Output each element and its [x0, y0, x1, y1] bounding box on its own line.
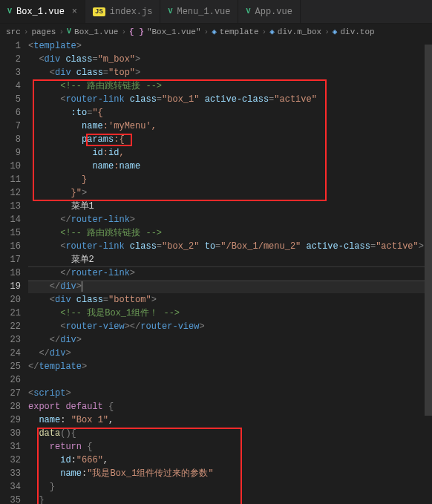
line-number: 27: [0, 387, 21, 400]
tab-label: App.vue: [255, 7, 292, 17]
line-number: 29: [0, 413, 21, 427]
line-number: 17: [0, 253, 21, 266]
line-number: 21: [0, 307, 21, 320]
breadcrumbs: src › pages › VBox_1.vue › { }"Box_1.vue…: [0, 24, 432, 39]
line-number: 7: [0, 120, 21, 133]
line-number: 33: [0, 467, 21, 480]
chevron-right-icon: ›: [262, 27, 267, 36]
code-area[interactable]: <template> <div class="m_box"> <div clas…: [28, 39, 432, 504]
line-number: 15: [0, 226, 21, 240]
line-number: 24: [0, 347, 21, 360]
crumb-div-mbox[interactable]: ◈div.m_box: [269, 27, 321, 36]
chevron-right-icon: ›: [324, 27, 330, 36]
chevron-right-icon: ›: [121, 27, 126, 36]
line-gutter: 1234567891011121314151617181920212223242…: [0, 39, 28, 504]
line-number: 14: [0, 213, 21, 226]
line-number: 11: [0, 173, 21, 186]
line-number: 32: [0, 454, 21, 467]
line-number: 31: [0, 440, 21, 454]
chevron-right-icon: ›: [59, 27, 64, 36]
braces-icon: { }: [129, 27, 144, 36]
crumb-src[interactable]: src: [6, 27, 21, 36]
line-number: 20: [0, 293, 21, 307]
line-number: 6: [0, 106, 21, 120]
line-number: 35: [0, 494, 21, 504]
tab-indexjs[interactable]: JS index.js: [85, 0, 160, 23]
line-number: 28: [0, 400, 21, 413]
symbol-icon: ◈: [269, 27, 275, 36]
line-number: 9: [0, 146, 21, 160]
symbol-icon: ◈: [333, 27, 338, 36]
line-number: 25: [0, 360, 21, 373]
vue-icon: V: [168, 7, 172, 16]
js-icon: JS: [93, 7, 105, 16]
line-number: 12: [0, 186, 21, 200]
line-number: 18: [0, 266, 21, 280]
vue-icon: V: [246, 7, 250, 16]
line-number: 26: [0, 373, 21, 387]
symbol-icon: ◈: [212, 27, 217, 36]
line-number: 16: [0, 240, 21, 253]
line-number: 4: [0, 79, 21, 93]
editor-tabs: V Box_1.vue × JS index.js V Menu_1.vue V…: [0, 0, 432, 24]
tab-menu1[interactable]: V Menu_1.vue: [160, 0, 238, 23]
line-number: 3: [0, 66, 21, 79]
line-number: 30: [0, 427, 21, 440]
crumb-div-top[interactable]: ◈div.top: [333, 27, 375, 36]
chevron-right-icon: ›: [24, 27, 29, 36]
crumb-obj[interactable]: { }"Box_1.vue": [129, 27, 200, 36]
line-number: 10: [0, 160, 21, 173]
crumb-template[interactable]: ◈template: [212, 27, 258, 36]
line-number: 23: [0, 333, 21, 347]
chevron-right-icon: ›: [204, 27, 209, 36]
text-cursor: [82, 281, 82, 292]
tab-label: Box_1.vue: [16, 7, 65, 17]
line-number: 22: [0, 320, 21, 333]
tab-box1[interactable]: V Box_1.vue ×: [0, 0, 85, 23]
line-number: 5: [0, 93, 21, 106]
tab-label: index.js: [110, 7, 153, 17]
line-number: 1: [0, 39, 21, 53]
line-number: 8: [0, 133, 21, 146]
tab-label: Menu_1.vue: [177, 7, 230, 17]
vertical-scrollbar[interactable]: [425, 37, 432, 504]
line-number: 2: [0, 53, 21, 66]
crumb-file[interactable]: VBox_1.vue: [67, 27, 118, 36]
vue-icon: V: [67, 27, 71, 36]
tab-appvue[interactable]: V App.vue: [238, 0, 300, 23]
crumb-pages[interactable]: pages: [31, 27, 56, 36]
scrollbar-thumb[interactable]: [425, 45, 432, 416]
line-number: 19: [0, 280, 21, 293]
line-number: 34: [0, 480, 21, 494]
close-icon[interactable]: ×: [72, 7, 77, 17]
line-number: 13: [0, 200, 21, 213]
vue-icon: V: [7, 7, 12, 16]
code-editor[interactable]: 1234567891011121314151617181920212223242…: [0, 39, 432, 504]
